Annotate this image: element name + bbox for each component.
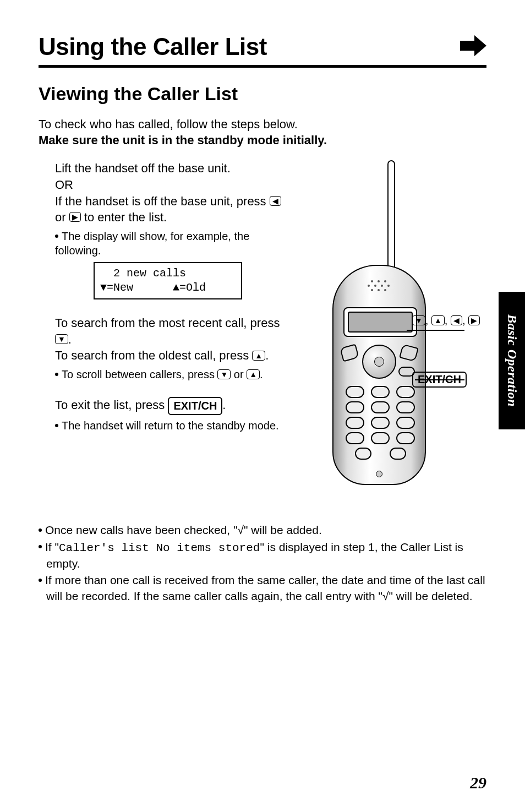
step-2-line2b: . [265,348,269,362]
exit-ch-key-label: EXIT/CH [168,397,222,415]
notes-section: Once new calls have been checked, "√" wi… [39,522,486,604]
header-rule [39,65,486,68]
down-key-icon: ▼ [412,315,425,325]
lcd-line2: ▼=New ▲=Old [100,281,206,294]
right-key-icon: ▶ [468,315,480,325]
step-1-line1: Lift the handset off the base unit. [39,160,283,177]
handset-illustration: ▼, ▲, ◀, ▶ EXIT/CH [288,160,486,502]
down-key-icon: ▼ [55,334,68,344]
note-3-text: If more than one call is received from t… [45,574,485,602]
up-key-icon: ▲ [252,351,265,361]
step-2-line2a: To search from the oldest call, press [55,348,252,362]
step-1-line3c: to enter the list. [81,210,167,224]
phone-antenna-icon [387,160,395,281]
up-key-icon: ▲ [431,315,445,325]
callout-line-icon [407,330,464,331]
continue-arrow-icon [460,35,486,58]
step-2-sub: To scroll between callers, press ▼ or ▲. [39,367,283,382]
step-1-sub: The display will show, for example, the … [39,229,283,258]
bullet-icon [55,235,58,238]
step-2-suba: To scroll between callers, press [62,368,217,380]
step-3-sub: The handset will return to the standby m… [39,418,283,433]
phone-softkey-right-icon [399,344,419,362]
step-2-line2: To search from the oldest call, press ▲. [39,347,283,364]
step-3: To exit the list, press EXIT/CH. The han… [39,397,283,433]
callout-exit-label: EXIT/CH [412,372,467,388]
note-1: Once new calls have been checked, "√" wi… [39,522,486,538]
step-3-lineb: . [222,398,226,412]
section-tab: Basic Operation [499,292,525,429]
intro-text: To check who has called, follow the step… [39,117,486,133]
phone-keypad-icon [346,386,415,463]
step-2-subc: . [260,368,263,380]
phone-softkey-left-icon [340,344,359,362]
note-2a: If " [45,541,59,553]
section-title: Viewing the Caller List [39,83,486,105]
note-3: If more than one call is received from t… [39,573,486,604]
step-1-line2: OR [39,177,283,193]
step-2-line1b: . [68,333,72,346]
step-3-linea: To exit the list, press [55,398,168,412]
lcd-display-box: 2 new calls ▼=New ▲=Old [94,262,242,299]
down-key-icon: ▼ [217,369,231,379]
note-2: If "Caller's list No items stored" is di… [39,539,486,572]
note-1-text: Once new calls have been checked, "√" wi… [45,524,322,536]
left-key-icon: ◀ [451,315,462,325]
step-2-line1: To search from the most recent call, pre… [39,315,283,347]
callout-dpad-label: ▼, ▲, ◀, ▶ [412,314,480,327]
chapter-title: Using the Caller List [39,33,267,61]
lcd-line1: 2 new calls [100,267,186,280]
exit-ch-key-label: EXIT/CH [412,372,467,388]
phone-dpad-icon [362,345,396,379]
step-1-line3: If the handset is off the base unit, pre… [39,193,283,226]
step-2-line1a: To search from the most recent call, pre… [55,316,280,330]
step-3-sub-text: The handset will return to the standby m… [62,419,279,432]
phone-earpiece-icon [365,280,393,292]
step-1-sub-text: The display will show, for example, the … [55,230,249,257]
step-1-line3a: If the handset is off the base unit, pre… [55,194,270,208]
right-key-icon: ▶ [69,212,81,222]
intro-bold-text: Make sure the unit is in the standby mod… [39,133,486,149]
step-3-line: To exit the list, press EXIT/CH. [39,397,283,415]
bullet-icon [39,545,42,548]
left-key-icon: ◀ [270,196,281,206]
step-1: Lift the handset off the base unit. OR I… [39,160,283,299]
note-2-mono: Caller's list No items stored [59,542,260,554]
bullet-icon [39,528,42,532]
bullet-icon [39,579,42,582]
step-1-line3b: or [55,210,69,224]
step-2-subb: or [231,368,247,380]
bullet-icon [55,373,58,376]
up-key-icon: ▲ [247,369,260,379]
phone-screen-icon [343,307,417,337]
phone-mic-icon [376,471,382,477]
step-2: To search from the most recent call, pre… [39,315,283,382]
section-tab-label: Basic Operation [505,314,519,407]
bullet-icon [55,424,58,427]
svg-marker-0 [460,35,486,56]
page-number: 29 [470,773,486,792]
